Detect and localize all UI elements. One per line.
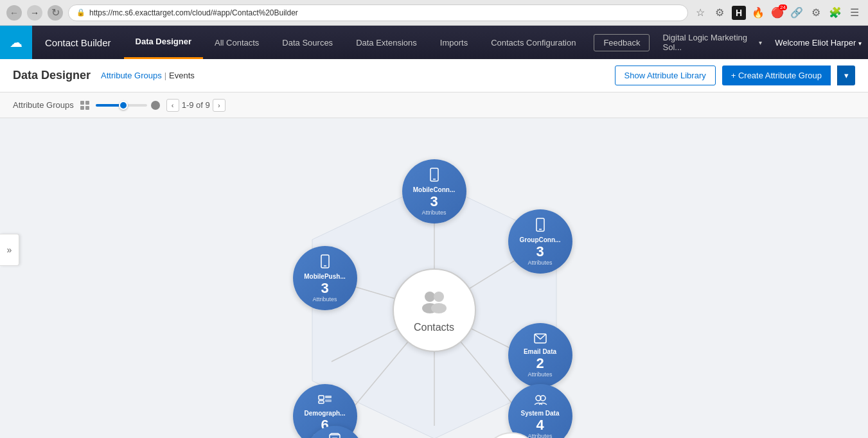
breadcrumb-sep: |: [164, 71, 166, 80]
settings-icon[interactable]: ⚙: [809, 6, 823, 20]
org-name: Digital Logic Marketing Sol...: [662, 33, 756, 52]
group-conn-icon: [535, 218, 546, 235]
group-conn-count: 3: [536, 245, 544, 259]
create-attribute-group-dropdown[interactable]: ▾: [837, 66, 855, 85]
fire-icon[interactable]: 🔥: [751, 6, 765, 20]
main-content: » Contacts: [0, 118, 868, 438]
node-group-conn[interactable]: GroupConn... 3 Attributes: [508, 209, 572, 274]
nav-data-extensions[interactable]: Data Extensions: [344, 26, 429, 59]
system-data-count: 4: [536, 418, 544, 432]
app-header: ☁ Contact Builder Data Designer All Cont…: [0, 26, 868, 59]
salesforce-logo: ☁: [0, 26, 32, 59]
menu-icon[interactable]: ☰: [847, 6, 862, 20]
next-page-button[interactable]: ›: [213, 99, 226, 112]
forward-button[interactable]: →: [27, 5, 42, 21]
svg-rect-21: [325, 396, 332, 398]
svg-point-9: [425, 292, 435, 302]
side-panel-toggle[interactable]: »: [0, 234, 19, 266]
show-library-button[interactable]: Show Attribute Library: [615, 66, 716, 85]
mobile-conn-attr: Attributes: [421, 209, 446, 216]
svg-rect-23: [319, 401, 324, 403]
puzzle-icon[interactable]: 🧩: [828, 6, 842, 20]
nav-all-contacts[interactable]: All Contacts: [203, 26, 270, 59]
email-data-name: Email Data: [524, 348, 556, 356]
node-email-data[interactable]: Email Data 2 Attributes: [508, 323, 572, 387]
svg-point-12: [431, 303, 447, 313]
contacts-center-node[interactable]: Contacts: [393, 268, 476, 352]
logo-icon: ☁: [10, 35, 22, 50]
system-data-icon: [533, 394, 547, 408]
mobile-push-attr: Attributes: [312, 296, 337, 302]
nav-contacts-configuration[interactable]: Contacts Configuration: [479, 26, 587, 59]
nav-data-sources[interactable]: Data Sources: [270, 26, 344, 59]
nav-data-designer[interactable]: Data Designer: [124, 26, 203, 59]
extensions-icon[interactable]: ⚙: [713, 6, 727, 20]
welcome-text: Welcome Eliot Harper ▾: [768, 38, 868, 48]
toolbar-row: Attribute Groups ‹ 1-9 of 9 ›: [0, 92, 868, 118]
sub-header: Data Designer Attribute Groups | Events …: [0, 59, 868, 92]
system-data-attr: Attributes: [527, 433, 552, 439]
node-mobile-push[interactable]: MobilePush... 3 Attributes: [293, 246, 357, 310]
feedback-button[interactable]: Feedback: [594, 34, 650, 51]
attr-groups-label: Attribute Groups: [13, 100, 74, 110]
mobile-conn-count: 3: [430, 195, 438, 209]
link-icon[interactable]: 🔗: [790, 6, 804, 20]
diagram-container: Contacts MobileConn... 3 Attributes Grou…: [242, 150, 627, 438]
back-button[interactable]: ←: [6, 5, 22, 21]
user-dropdown-arrow[interactable]: ▾: [858, 40, 862, 47]
imagination-icon: [329, 433, 341, 439]
browser-toolbar: ☆ ⚙ H 🔥 🔴 🔗 ⚙ 🧩 ☰: [693, 6, 862, 20]
sub-header-right: Show Attribute Library + Create Attribut…: [615, 66, 855, 85]
page-title: Data Designer: [13, 69, 91, 82]
demographics-name: Demograph...: [305, 410, 346, 417]
nav-imports[interactable]: Imports: [429, 26, 479, 59]
app-title: Contact Builder: [32, 37, 124, 48]
org-dropdown-arrow: ▾: [759, 39, 762, 46]
bookmark-icon[interactable]: ☆: [693, 6, 707, 20]
mobile-conn-name: MobileConn...: [413, 186, 456, 194]
pagination: ‹ 1-9 of 9 ›: [166, 99, 226, 112]
badge-icon[interactable]: 🔴: [770, 6, 784, 20]
mobile-push-count: 3: [321, 281, 328, 295]
contacts-label: Contacts: [414, 322, 454, 333]
system-data-name: System Data: [520, 410, 559, 417]
app-nav: Data Designer All Contacts Data Sources …: [124, 26, 588, 59]
svg-rect-20: [319, 396, 324, 399]
svg-rect-22: [325, 399, 332, 402]
pagination-text: 1-9 of 9: [182, 100, 210, 110]
browser-chrome: ← → ↻ 🔒 https://mc.s6.exacttarget.com/cl…: [0, 0, 868, 26]
email-data-attr: Attributes: [527, 371, 552, 378]
demographics-icon: [318, 394, 332, 408]
lock-icon: 🔒: [76, 8, 85, 17]
zoom-slider[interactable]: [96, 101, 160, 110]
create-attribute-group-button[interactable]: + Create Attribute Group: [722, 66, 831, 85]
org-selector[interactable]: Digital Logic Marketing Sol... ▾: [656, 33, 768, 52]
url-bar[interactable]: 🔒 https://mc.s6.exacttarget.com/cloud/#a…: [68, 4, 688, 21]
breadcrumb-events: Events: [169, 71, 195, 80]
prev-page-button[interactable]: ‹: [166, 99, 179, 112]
mobile-push-icon: [319, 254, 331, 272]
group-conn-attr: Attributes: [527, 259, 552, 266]
breadcrumb-attr-groups[interactable]: Attribute Groups: [101, 71, 162, 80]
node-mobile-conn[interactable]: MobileConn... 3 Attributes: [402, 159, 466, 223]
mobile-push-name: MobilePush...: [304, 273, 345, 281]
group-conn-name: GroupConn...: [520, 236, 561, 244]
url-text: https://mc.s6.exacttarget.com/cloud/#app…: [89, 8, 298, 17]
email-data-icon: [534, 333, 547, 347]
contacts-icon: [418, 288, 450, 319]
refresh-button[interactable]: ↻: [48, 5, 63, 21]
h-icon[interactable]: H: [732, 6, 746, 20]
svg-point-10: [434, 292, 444, 302]
email-data-count: 2: [536, 356, 544, 371]
mobile-conn-icon: [429, 168, 440, 185]
grid-toggle[interactable]: [80, 101, 89, 110]
